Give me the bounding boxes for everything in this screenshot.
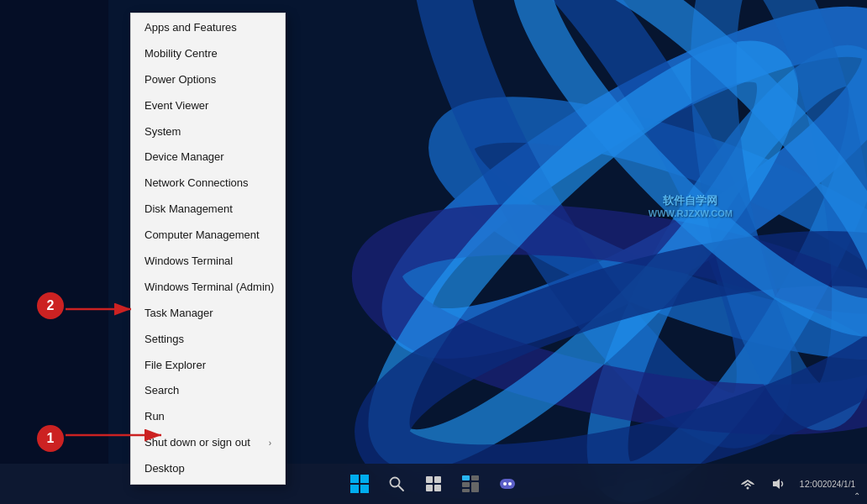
menu-item-label-windows-terminal: Windows Terminal [144, 255, 233, 269]
widgets-icon [461, 475, 480, 493]
menu-item-apps-features[interactable]: Apps and Features [131, 15, 285, 41]
menu-item-label-run: Run [144, 410, 165, 424]
search-icon [388, 475, 405, 492]
menu-item-settings[interactable]: Settings [131, 327, 285, 353]
menu-item-label-task-manager: Task Manager [144, 307, 213, 321]
svg-point-17 [391, 478, 400, 487]
menu-item-file-explorer[interactable]: File Explorer [131, 353, 285, 379]
menu-item-label-system: System [144, 125, 181, 139]
svg-rect-13 [350, 475, 359, 483]
start-button[interactable] [343, 467, 376, 501]
menu-item-label-power-options: Power Options [144, 73, 216, 87]
svg-rect-19 [426, 476, 433, 483]
menu-item-device-manager[interactable]: Device Manager [131, 144, 285, 171]
menu-item-label-device-manager: Device Manager [144, 150, 224, 165]
task-view-button[interactable] [417, 467, 450, 501]
widgets-button[interactable] [454, 467, 487, 501]
menu-item-label-file-explorer: File Explorer [144, 359, 206, 373]
menu-item-label-computer-management: Computer Management [144, 228, 260, 243]
menu-item-windows-terminal-admin[interactable]: Windows Terminal (Admin) [131, 275, 285, 301]
svg-rect-21 [426, 485, 433, 491]
menu-item-label-network-connections: Network Connections [144, 176, 249, 191]
svg-rect-27 [462, 489, 470, 492]
menu-item-search[interactable]: Search [131, 378, 285, 404]
task-view-icon [425, 475, 442, 492]
menu-item-label-settings: Settings [144, 333, 184, 347]
svg-marker-32 [773, 479, 780, 489]
menu-item-label-disk-management: Disk Management [144, 202, 233, 217]
menu-item-label-desktop: Desktop [144, 462, 185, 476]
menu-item-computer-management[interactable]: Computer Management [131, 223, 285, 249]
svg-rect-26 [471, 482, 479, 492]
context-menu: Apps and FeaturesMobility CentrePower Op… [130, 13, 286, 485]
svg-rect-24 [471, 475, 479, 480]
menu-item-label-apps-features: Apps and Features [144, 21, 237, 35]
svg-rect-23 [462, 475, 470, 480]
volume-tray-icon[interactable] [765, 467, 791, 501]
menu-item-label-windows-terminal-admin: Windows Terminal (Admin) [144, 281, 274, 295]
svg-rect-16 [360, 485, 369, 493]
svg-point-29 [503, 482, 507, 486]
svg-rect-14 [360, 475, 369, 483]
annotation-badge-2: 2 [37, 292, 64, 319]
show-hidden-icons-button[interactable]: ⌃ [850, 488, 864, 504]
menu-item-arrow-shut-down-sign-out: › [269, 438, 271, 449]
network-tray-icon[interactable] [734, 467, 761, 501]
svg-point-30 [508, 482, 512, 486]
svg-rect-25 [462, 482, 470, 487]
menu-item-disk-management[interactable]: Disk Management [131, 197, 285, 223]
chat-button[interactable] [491, 467, 524, 501]
menu-item-system[interactable]: System [131, 119, 285, 145]
menu-item-label-mobility-centre: Mobility Centre [144, 47, 218, 61]
watermark: 软件自学网 WWW.RJZXW.COM [649, 193, 733, 218]
arrow-annotation-2 [64, 299, 135, 319]
arrow-annotation-1 [64, 425, 165, 445]
taskbar-search-button[interactable] [380, 467, 413, 501]
taskbar-icons-group [343, 467, 524, 501]
menu-item-event-viewer[interactable]: Event Viewer [131, 93, 285, 119]
svg-line-18 [399, 486, 404, 491]
menu-item-network-connections[interactable]: Network Connections [131, 171, 285, 197]
svg-point-31 [746, 487, 749, 490]
menu-item-task-manager[interactable]: Task Manager [131, 301, 285, 327]
menu-item-label-search: Search [144, 384, 179, 398]
menu-item-desktop[interactable]: Desktop [131, 456, 285, 482]
svg-rect-28 [500, 479, 515, 489]
svg-rect-15 [350, 485, 359, 493]
windows-logo-icon [350, 475, 369, 493]
chat-icon [498, 475, 517, 493]
svg-rect-22 [434, 485, 441, 491]
menu-item-windows-terminal[interactable]: Windows Terminal [131, 249, 285, 275]
menu-item-mobility-centre[interactable]: Mobility Centre [131, 41, 285, 67]
menu-item-label-event-viewer: Event Viewer [144, 99, 208, 113]
menu-item-power-options[interactable]: Power Options [131, 67, 285, 93]
svg-rect-20 [434, 476, 441, 483]
annotation-badge-1: 1 [37, 425, 64, 452]
system-tray: 12:00 2024/1/1 [734, 464, 867, 504]
